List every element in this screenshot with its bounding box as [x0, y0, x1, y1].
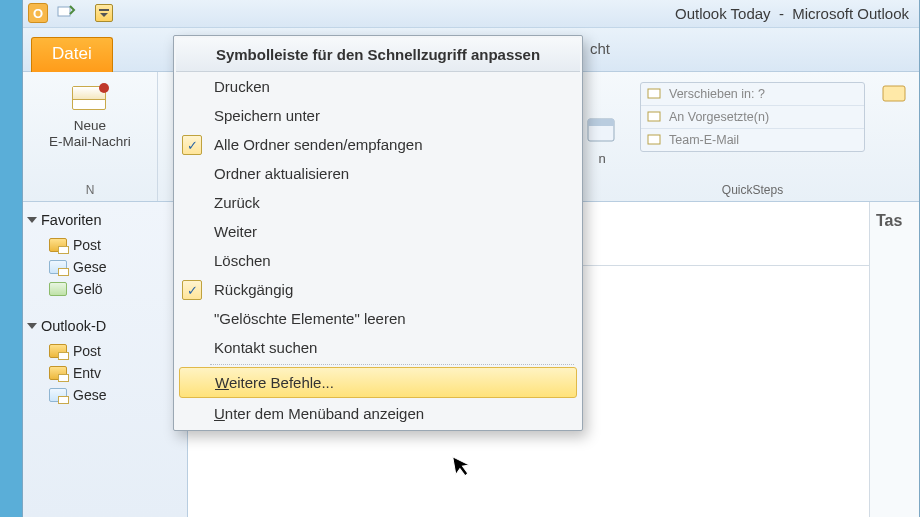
menu-header: Symbolleiste für den Schnellzugriff anpa… — [176, 38, 580, 72]
menu-item-delete[interactable]: Löschen — [176, 246, 580, 275]
folder-icon — [49, 238, 67, 252]
window-title: Outlook Today - Microsoft Outlook — [675, 5, 909, 22]
ribbon-group-quicksteps: Verschieben in: ? An Vorgesetzte(n) Team… — [630, 72, 875, 201]
folder-icon — [49, 260, 67, 274]
nav-folder[interactable]: Gelö — [23, 278, 187, 300]
team-email-icon — [647, 133, 663, 147]
menu-item-print[interactable]: Drucken — [176, 72, 580, 101]
svg-rect-6 — [883, 86, 905, 101]
quickstep-item[interactable]: An Vorgesetzte(n) — [641, 106, 864, 129]
title-bar: O Outlook Today - Microsoft Outlook — [23, 0, 919, 28]
svg-rect-5 — [648, 135, 660, 144]
nav-folder[interactable]: Post — [23, 340, 187, 362]
nav-folder[interactable]: Entv — [23, 362, 187, 384]
task-column: Tas — [869, 202, 919, 517]
svg-rect-0 — [58, 7, 70, 16]
move-to-icon — [647, 87, 663, 101]
nav-folder[interactable]: Post — [23, 234, 187, 256]
menu-item-save-as[interactable]: Speichern unter — [176, 101, 580, 130]
quickstep-item[interactable]: Verschieben in: ? — [641, 83, 864, 106]
svg-rect-3 — [648, 89, 660, 98]
menu-item-show-below-ribbon[interactable]: Unter dem Menüband anzeigen — [176, 399, 580, 428]
check-icon: ✓ — [182, 135, 202, 155]
menu-item-update-folder[interactable]: Ordner aktualisieren — [176, 159, 580, 188]
qat-send-receive-icon[interactable] — [55, 2, 77, 24]
menu-item-back[interactable]: Zurück — [176, 188, 580, 217]
mail-icon — [72, 86, 106, 110]
folder-icon — [49, 388, 67, 402]
svg-rect-2 — [588, 119, 614, 126]
menu-item-undo[interactable]: ✓Rückgängig — [176, 275, 580, 304]
ribbon-group-label-new: N — [86, 181, 95, 199]
nav-folder[interactable]: Gese — [23, 384, 187, 406]
quicksteps-gallery[interactable]: Verschieben in: ? An Vorgesetzte(n) Team… — [640, 82, 865, 152]
ribbon-fragment-far-right — [875, 72, 915, 201]
menu-item-find-contact[interactable]: Kontakt suchen — [176, 333, 580, 362]
folder-icon — [49, 366, 67, 380]
ribbon-group-new: Neue E-Mail-Nachri N — [23, 72, 158, 201]
task-heading-fragment: Tas — [876, 212, 902, 229]
app-window: O Outlook Today - Microsoft Outlook Date… — [22, 0, 920, 517]
menu-item-send-receive-all[interactable]: ✓Alle Ordner senden/empfangen — [176, 130, 580, 159]
qat-customize-menu: Symbolleiste für den Schnellzugriff anpa… — [173, 35, 583, 431]
ribbon-group-label-quicksteps: QuickSteps — [722, 181, 783, 199]
new-email-button[interactable]: Neue E-Mail-Nachri — [49, 78, 131, 150]
calendar-icon[interactable] — [584, 113, 620, 149]
app-icon[interactable]: O — [27, 2, 49, 24]
outlook-icon: O — [28, 3, 48, 23]
nav-section-favorites[interactable]: Favoriten — [23, 206, 187, 234]
file-tab[interactable]: Datei — [31, 37, 113, 72]
quickstep-item[interactable]: Team-E-Mail — [641, 129, 864, 151]
tab-fragment: cht — [590, 40, 610, 57]
folder-icon — [49, 344, 67, 358]
navigation-pane: Favoriten Post Gese Gelö Outlook-D Post … — [23, 202, 188, 517]
ribbon-fragment-right: cht n — [578, 72, 626, 201]
menu-item-forward[interactable]: Weiter — [176, 217, 580, 246]
folder-icon[interactable] — [880, 78, 910, 108]
quick-access-toolbar: O — [27, 2, 113, 24]
trash-icon — [49, 282, 67, 296]
menu-item-empty-deleted[interactable]: "Gelöschte Elemente" leeren — [176, 304, 580, 333]
qat-customize-dropdown[interactable] — [95, 4, 113, 22]
svg-rect-4 — [648, 112, 660, 121]
forward-icon — [647, 110, 663, 124]
nav-section-datafile[interactable]: Outlook-D — [23, 312, 187, 340]
check-icon: ✓ — [182, 280, 202, 300]
menu-item-more-commands[interactable]: Weitere Befehle... — [179, 367, 577, 398]
nav-folder[interactable]: Gese — [23, 256, 187, 278]
menu-separator — [210, 364, 574, 365]
